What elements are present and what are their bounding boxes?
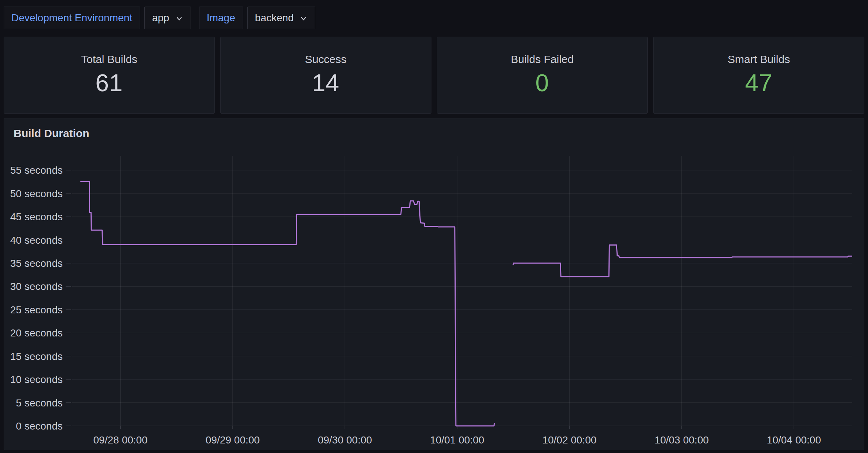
x-axis-label: 09/29 00:00 [206, 434, 260, 446]
variable-picker-backend[interactable]: backend [247, 7, 316, 29]
x-axis-label: 09/28 00:00 [93, 434, 148, 446]
stat-value: 14 [312, 69, 339, 97]
build-duration-panel: Build Duration 0 seconds5 seconds10 seco… [4, 118, 864, 450]
stat-panel-smart-builds: Smart Builds 47 [653, 37, 864, 114]
variable-label-image[interactable]: Image [199, 7, 243, 29]
y-axis-label: 50 seconds [10, 188, 63, 199]
y-axis-label: 15 seconds [10, 351, 63, 362]
stat-label: Total Builds [81, 53, 137, 66]
chevron-down-icon [175, 15, 183, 23]
stat-value: 47 [745, 69, 772, 97]
y-axis-label: 30 seconds [10, 281, 63, 292]
stat-panel-total-builds: Total Builds 61 [4, 37, 215, 114]
x-axis-label: 10/03 00:00 [655, 434, 709, 446]
x-axis-label: 10/04 00:00 [767, 434, 821, 446]
y-axis-label: 0 seconds [16, 420, 63, 432]
stat-panel-success: Success 14 [220, 37, 431, 114]
stat-label: Success [305, 53, 346, 66]
chevron-down-icon [299, 15, 308, 23]
y-axis-label: 25 seconds [10, 304, 63, 316]
variable-label-development-environment[interactable]: Development Environment [4, 7, 140, 29]
y-axis-label: 35 seconds [10, 258, 63, 269]
stats-row: Total Builds 61 Success 14 Builds Failed… [4, 37, 864, 114]
build-duration-chart[interactable]: 0 seconds5 seconds10 seconds15 seconds20… [4, 118, 865, 450]
series-line-build-duration [80, 181, 852, 426]
y-axis-label: 20 seconds [10, 327, 63, 339]
y-axis-label: 55 seconds [10, 165, 63, 176]
stat-label: Builds Failed [511, 53, 574, 66]
y-axis-label: 45 seconds [10, 211, 63, 222]
stat-value: 61 [95, 69, 123, 97]
variable-group-app: Development Environment app [4, 7, 191, 29]
x-axis-label: 09/30 00:00 [318, 434, 372, 446]
stat-panel-builds-failed: Builds Failed 0 [437, 37, 648, 114]
variable-group-image: Image backend [199, 7, 316, 29]
variable-value-backend: backend [255, 13, 294, 23]
variable-picker-app[interactable]: app [144, 7, 191, 29]
stat-label: Smart Builds [728, 53, 790, 66]
variable-value-app: app [152, 13, 169, 23]
dashboard-controls: Development Environment app Image backen… [4, 7, 864, 29]
x-axis-label: 10/01 00:00 [430, 434, 484, 446]
y-axis-label: 5 seconds [16, 397, 63, 409]
x-axis-label: 10/02 00:00 [542, 434, 596, 446]
y-axis-label: 40 seconds [10, 235, 63, 246]
stat-value: 0 [536, 69, 549, 97]
y-axis-label: 10 seconds [10, 374, 63, 385]
